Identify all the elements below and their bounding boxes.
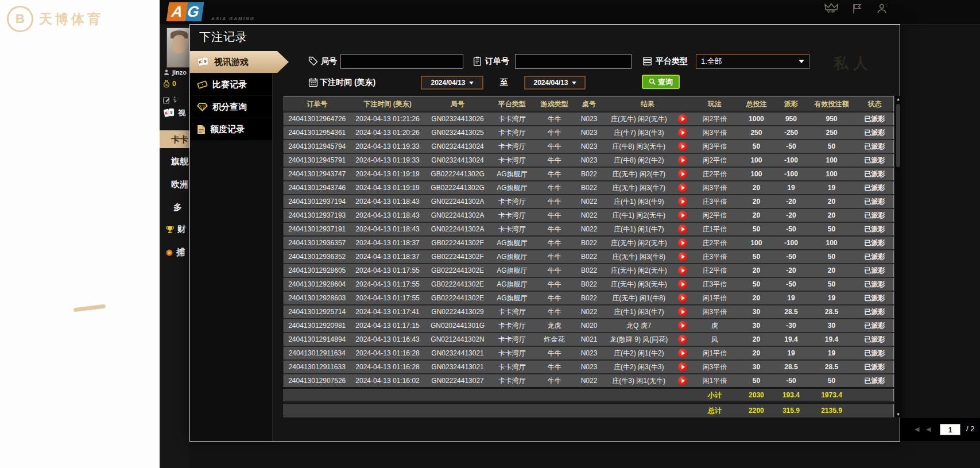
play-video-button[interactable] bbox=[678, 280, 687, 289]
first-page-button[interactable]: ◀ bbox=[915, 426, 919, 433]
scroll-up-icon[interactable]: ▲ bbox=[895, 97, 901, 101]
cell-round: GN02224413029 bbox=[425, 305, 490, 319]
cell-time: 2024-04-13 01:18:43 bbox=[350, 195, 425, 208]
cell-game: 牛牛 bbox=[534, 305, 575, 319]
date-to-select[interactable]: 2024/04/13 bbox=[524, 76, 586, 90]
cell-time: 2024-04-13 01:17:55 bbox=[350, 264, 425, 277]
chevron-down-icon bbox=[469, 82, 474, 84]
profile-button[interactable] bbox=[876, 3, 888, 14]
prev-page-button[interactable]: ◀ bbox=[926, 426, 931, 433]
cell-play[interactable] bbox=[674, 195, 691, 208]
cell-play[interactable] bbox=[674, 291, 691, 305]
play-video-button[interactable] bbox=[678, 266, 687, 275]
cell-play[interactable] bbox=[674, 264, 691, 277]
cell-play[interactable] bbox=[674, 360, 691, 374]
calendar-icon bbox=[308, 78, 318, 87]
cell-status: 已派彩 bbox=[856, 346, 894, 360]
table-row: 2404130129286042024-04-13 01:17:55GB0222… bbox=[284, 277, 894, 291]
menu-item-credit-records[interactable]: 额度记录 bbox=[190, 118, 272, 140]
cell-status: 已派彩 bbox=[856, 291, 894, 305]
play-video-button[interactable] bbox=[678, 349, 687, 358]
cell-order: 240413012936357 bbox=[284, 236, 350, 250]
cell-method: 闲3平倍 bbox=[691, 140, 738, 153]
cell-play[interactable] bbox=[674, 222, 691, 236]
cell-result: 庄(无牛) 闲2(无牛) bbox=[603, 236, 674, 250]
cell-platform: 卡卡湾厅 bbox=[490, 112, 534, 126]
play-video-button[interactable] bbox=[678, 238, 687, 247]
cell-result: 庄(牛2) 闲1(牛2) bbox=[603, 346, 674, 360]
cell-game: 牛牛 bbox=[534, 222, 575, 236]
play-video-button[interactable] bbox=[678, 252, 687, 261]
platform-select[interactable]: 1.全部 bbox=[696, 54, 809, 69]
cell-game: 牛牛 bbox=[534, 181, 575, 195]
cell-play[interactable] bbox=[674, 153, 691, 167]
cell-time: 2024-04-13 01:17:15 bbox=[350, 319, 425, 332]
cell-status: 已派彩 bbox=[856, 222, 894, 236]
play-icon bbox=[681, 323, 685, 328]
play-video-button[interactable] bbox=[678, 376, 687, 385]
play-video-button[interactable] bbox=[678, 321, 687, 330]
background-username-row: jinzo bbox=[163, 69, 187, 76]
play-video-button[interactable] bbox=[678, 225, 687, 234]
play-icon bbox=[681, 310, 685, 314]
cell-play[interactable] bbox=[674, 250, 691, 264]
cell-play[interactable] bbox=[674, 236, 691, 250]
cell-platform: 卡卡湾厅 bbox=[490, 208, 534, 222]
flag-button[interactable] bbox=[851, 3, 863, 14]
scroll-down-icon[interactable]: ▼ bbox=[895, 412, 901, 416]
play-video-button[interactable] bbox=[678, 211, 687, 220]
cell-play[interactable] bbox=[674, 346, 691, 360]
table-scrollbar[interactable]: ▲ ▼ bbox=[894, 96, 901, 417]
subtotal-row: 小计 2030 193.4 1973.4 bbox=[284, 388, 894, 403]
cell-platform: 卡卡湾厅 bbox=[490, 140, 534, 153]
menu-item-points-query[interactable]: 积分查询 bbox=[190, 96, 272, 118]
cell-order: 240413012911634 bbox=[284, 346, 350, 360]
svg-text:9: 9 bbox=[204, 59, 207, 63]
cell-method: 闲3平倍 bbox=[691, 360, 738, 374]
cell-platform: AG旗舰厅 bbox=[490, 236, 534, 250]
play-video-button[interactable] bbox=[678, 142, 687, 151]
cell-play[interactable] bbox=[674, 140, 691, 153]
cell-play[interactable] bbox=[674, 277, 691, 291]
play-video-button[interactable] bbox=[678, 183, 687, 192]
cell-play[interactable] bbox=[674, 208, 691, 222]
round-input[interactable] bbox=[340, 54, 463, 69]
play-video-button[interactable] bbox=[678, 169, 687, 179]
cell-play[interactable] bbox=[674, 332, 691, 346]
cell-play[interactable] bbox=[674, 126, 691, 140]
play-icon bbox=[681, 158, 685, 163]
search-button[interactable]: 查询 bbox=[642, 75, 680, 89]
play-video-button[interactable] bbox=[678, 307, 687, 316]
play-icon bbox=[681, 227, 685, 231]
cell-table: N022 bbox=[575, 222, 603, 236]
cell-play[interactable] bbox=[674, 181, 691, 195]
play-video-button[interactable] bbox=[678, 197, 687, 206]
cell-play[interactable] bbox=[674, 305, 691, 319]
cell-play[interactable] bbox=[674, 112, 691, 126]
vip-button[interactable]: VIP bbox=[824, 3, 839, 14]
cell-platform: 卡卡湾厅 bbox=[490, 305, 534, 319]
menu-item-match-records[interactable]: 比赛记录 bbox=[190, 74, 272, 95]
play-video-button[interactable] bbox=[678, 156, 687, 165]
header-round: 局号 bbox=[425, 96, 490, 113]
date-from-select[interactable]: 2024/04/13 bbox=[421, 76, 483, 90]
cell-bet: 20 bbox=[738, 332, 775, 346]
cell-table: N020 bbox=[575, 319, 603, 332]
cell-time: 2024-04-13 01:18:43 bbox=[350, 222, 425, 236]
page-input[interactable]: 1 bbox=[940, 424, 960, 435]
order-input[interactable] bbox=[515, 54, 632, 69]
play-video-button[interactable] bbox=[678, 293, 687, 303]
cell-payout: -100 bbox=[775, 236, 807, 250]
cell-order: 240413012945794 bbox=[284, 140, 350, 153]
cell-round: GN02324413024 bbox=[425, 140, 490, 153]
cell-play[interactable] bbox=[674, 167, 691, 181]
menu-item-video-games[interactable]: K9 视讯游戏 bbox=[190, 51, 289, 73]
scrollbar-thumb[interactable] bbox=[896, 104, 900, 167]
play-video-button[interactable] bbox=[678, 362, 687, 372]
cell-game: 牛牛 bbox=[534, 236, 575, 250]
play-video-button[interactable] bbox=[678, 335, 687, 344]
cell-play[interactable] bbox=[674, 374, 691, 388]
cell-play[interactable] bbox=[674, 319, 691, 332]
play-video-button[interactable] bbox=[678, 114, 687, 123]
play-video-button[interactable] bbox=[678, 128, 687, 137]
